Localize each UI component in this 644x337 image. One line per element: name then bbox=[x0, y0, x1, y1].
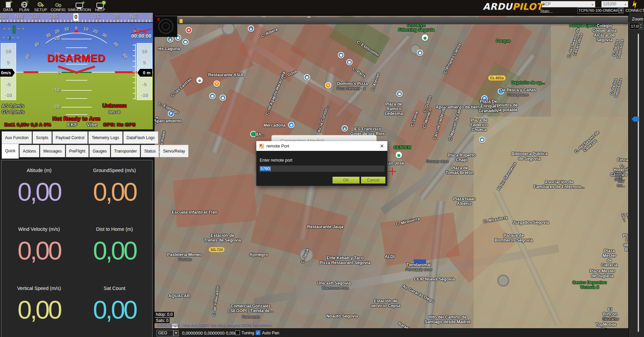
tab-aux-function[interactable]: Aux Function bbox=[2, 131, 32, 144]
map-label: Ajonegro bbox=[250, 252, 268, 257]
hud-flight-timer: 00:00:00 bbox=[131, 33, 152, 39]
coord-format-dropdown[interactable]: GEO bbox=[157, 330, 173, 336]
toolbar-item-data[interactable]: DATA bbox=[1, 1, 15, 12]
map-label: C. de Villacastín bbox=[212, 286, 220, 317]
chevron-down-icon[interactable]: ▼ bbox=[173, 330, 179, 336]
map-progress-bar bbox=[178, 17, 628, 24]
map-block bbox=[474, 117, 628, 328]
quick-stat-wind-velocity-m-s-[interactable]: Wind Velocity (m/s)0,00 bbox=[1, 219, 77, 278]
school-icon: ▲ bbox=[167, 36, 174, 43]
bus-icon: ■ bbox=[304, 74, 310, 81]
autopan-label: Auto Pan bbox=[262, 331, 279, 335]
tape-tick-label: -10 bbox=[1, 92, 16, 98]
connect-button[interactable]: ⚡ CONNECT bbox=[626, 1, 644, 12]
hud-ladder-tick bbox=[133, 45, 135, 45]
input-selected-value: 5760 bbox=[260, 166, 270, 171]
compass-heading-label: NW bbox=[15, 14, 24, 20]
dialog-titlebar[interactable]: remote Port bbox=[256, 141, 387, 151]
hud-pitch-line-short bbox=[66, 98, 87, 99]
logo-pilot: PILOT bbox=[512, 1, 543, 12]
tab-dataflash-logs[interactable]: DataFlash Logs bbox=[123, 131, 158, 144]
zoom-spinner[interactable]: 17,0 ▲▼ bbox=[630, 23, 643, 30]
baud-dropdown[interactable]: 115200▼ bbox=[601, 1, 628, 7]
toolbar-item-config[interactable]: ⚙⚙CONFIG bbox=[50, 1, 67, 12]
zoom-slider-track[interactable] bbox=[638, 34, 639, 332]
hud-pitch-line bbox=[61, 107, 92, 108]
tape-tick-label: -5 bbox=[1, 82, 16, 87]
toolbar-item-simulation[interactable]: ✈SIMULATION bbox=[67, 1, 91, 12]
map-label: AQUACAR bbox=[168, 294, 190, 298]
remote-port-input[interactable]: 5760 bbox=[259, 165, 385, 172]
data-icon bbox=[1, 1, 15, 8]
toolbar-item-label: CONFIG bbox=[50, 8, 67, 12]
tab-quick[interactable]: Quick bbox=[2, 144, 19, 159]
compass-heading-label: 30 bbox=[113, 14, 119, 20]
bus-icon: ■ bbox=[396, 91, 403, 97]
toolbar-item-help[interactable]: ?HELP bbox=[93, 1, 107, 12]
quick-stat-altitude-m-[interactable]: Altitude (m)0,00 bbox=[1, 160, 77, 219]
sats-text: Sats: 0 bbox=[155, 318, 170, 323]
protocol-dropdown[interactable]: TCP▼ bbox=[541, 1, 595, 7]
toolbar-item-setup[interactable]: ⚙✚SETUP bbox=[33, 1, 48, 12]
map-label: Rafael bbox=[397, 322, 410, 328]
close-icon[interactable]: ✕ bbox=[380, 141, 384, 151]
ok-button[interactable]: OK bbox=[333, 177, 359, 183]
quick-stat-dist-to-home-m-[interactable]: Dist to Home (m)0,00 bbox=[77, 219, 153, 278]
quick-stat-sat-count[interactable]: Sat Count0,00 bbox=[77, 278, 153, 337]
spinner-arrows-icon[interactable]: ▲▼ bbox=[639, 23, 643, 29]
health-icon: ✚ bbox=[186, 27, 192, 34]
quick-stat-label: GroundSpeed (m/s) bbox=[77, 168, 153, 173]
tab-preflight[interactable]: PreFlight bbox=[66, 145, 89, 157]
port-dropdown[interactable]: TCP5760-100-ONBOARD bbox=[577, 7, 618, 13]
tape-tick-label: 5 bbox=[1, 60, 16, 66]
map[interactable]: Brooklyn Fitboxing SegoviaParque Ejercic… bbox=[154, 15, 628, 328]
toolbar-item-plan[interactable]: ⚲PLAN bbox=[17, 1, 31, 12]
port-dropdown-arrow[interactable]: ▼ bbox=[619, 7, 624, 13]
tab-status[interactable]: Status bbox=[141, 145, 159, 157]
hdop-text: hdop: 0,0 bbox=[155, 312, 174, 317]
hud-trim-bar bbox=[13, 26, 14, 34]
map-status-bar: GEO ▼ 0,0000000 0,0000000 0,00m Tuning ✓… bbox=[154, 328, 628, 337]
tab-actions[interactable]: Actions bbox=[19, 145, 39, 157]
school-icon: ▲ bbox=[342, 125, 348, 132]
map-block bbox=[173, 174, 257, 227]
hud-ladder-tick bbox=[133, 61, 135, 61]
tab-payload-control[interactable]: Payload Control bbox=[52, 131, 88, 144]
zoom-label: Zoom bbox=[632, 16, 643, 22]
quick-stat-vertical-speed-m-s-[interactable]: Vertical Speed (m/s)0,00 bbox=[1, 278, 77, 337]
hud-ladder-tick bbox=[133, 77, 135, 78]
hud[interactable]: 604530201001020304560 20100-10-20 DISARM… bbox=[0, 13, 153, 129]
hud-trim-marker bbox=[9, 36, 10, 40]
tuning-checkbox[interactable] bbox=[235, 330, 240, 335]
zoom-slider-thumb[interactable] bbox=[632, 117, 639, 122]
hud-status-text: DISARMED bbox=[0, 52, 153, 65]
map-label: Paint store bbox=[242, 315, 260, 319]
hud-roll-label: 30 bbox=[101, 32, 108, 39]
hud-gps-text: GPS: No GPS bbox=[103, 122, 136, 127]
map-roundabout bbox=[497, 275, 509, 287]
map-label: Jara bbox=[154, 116, 160, 125]
cancel-button[interactable]: Cancel bbox=[361, 177, 385, 183]
hud-wing-left bbox=[24, 71, 38, 73]
parking-icon: P bbox=[481, 95, 488, 102]
bus-icon: ■ bbox=[479, 137, 485, 143]
bus-icon: ■ bbox=[220, 95, 226, 101]
tab-transponder[interactable]: Transponder bbox=[111, 145, 140, 157]
hud-ekf-text[interactable]: EKF bbox=[67, 122, 77, 127]
autopan-checkbox[interactable]: ✓ bbox=[256, 330, 260, 335]
tab-scripts[interactable]: Scripts bbox=[33, 131, 52, 144]
tab-servo-relay[interactable]: Servo/Relay bbox=[160, 145, 188, 157]
hud-arm-status: Not Ready to Arm bbox=[0, 116, 153, 122]
hud-groundspeed-text: GS 0,0m/s bbox=[2, 109, 25, 115]
tab-telemetry-logs[interactable]: Telemetry Logs bbox=[88, 131, 122, 144]
tab-messages[interactable]: Messages bbox=[40, 145, 65, 157]
green-dot-marker-icon: ● bbox=[396, 152, 402, 158]
tab-gauges[interactable]: Gauges bbox=[89, 145, 110, 157]
map-label: Pastries bbox=[178, 257, 192, 261]
tape-tick-label: -10 bbox=[137, 92, 152, 98]
quick-stat-groundspeed-m-s-[interactable]: GroundSpeed (m/s)0,00 bbox=[77, 160, 153, 219]
quick-stat-value: 0,00 bbox=[1, 238, 77, 263]
green-marker-icon bbox=[250, 131, 257, 137]
hud-dist-text: 0m>0 bbox=[109, 110, 120, 115]
hud-vibe-text[interactable]: Vibe bbox=[87, 122, 97, 127]
